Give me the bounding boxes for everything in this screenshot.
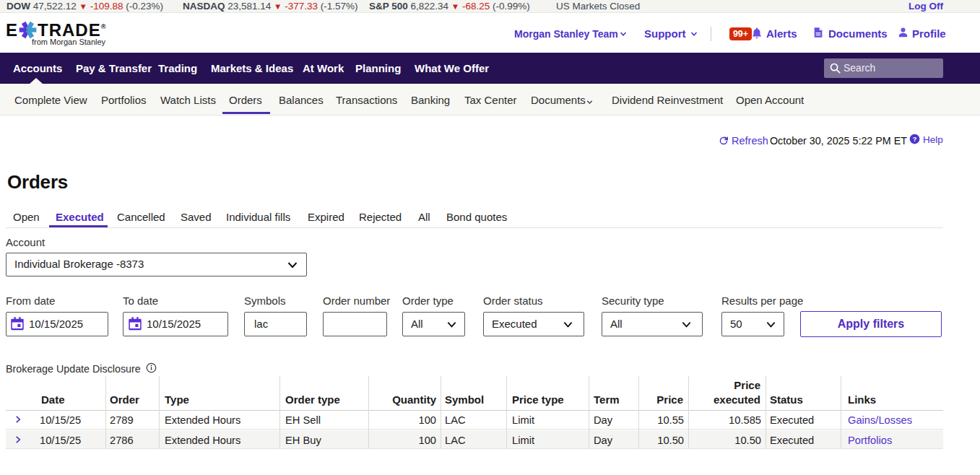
svg-text:?: ? <box>913 136 917 143</box>
